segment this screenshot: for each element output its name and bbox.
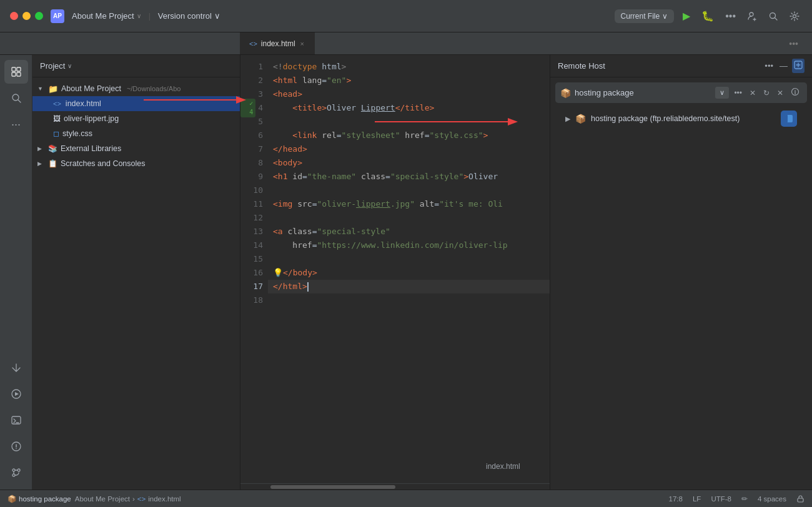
code-line-4: <title>Oliver Lippert</title> <box>268 101 550 115</box>
debug-button[interactable]: 🐛 <box>699 7 716 24</box>
editor-more-options: ••• <box>783 32 812 54</box>
package-refresh-button[interactable]: ↻ <box>761 87 772 99</box>
sidebar-header[interactable]: Project ∨ <box>32 55 240 77</box>
line-ending-item[interactable]: LF <box>693 495 701 503</box>
code-line-11: <img src="oliver-lippert.jpg" alt="it's … <box>268 197 550 211</box>
breadcrumb-html-icon: <> <box>137 495 146 503</box>
lock-icon[interactable] <box>796 495 805 503</box>
svg-rect-26 <box>785 115 788 122</box>
svg-rect-6 <box>12 72 16 76</box>
tab-html-icon: <> <box>249 40 257 47</box>
tree-item-label: Scratches and Consoles <box>61 159 146 168</box>
code-content: 1 2 3 ✓ 4 4 5 6 7 8 9 10 11 12 13 <box>240 55 550 483</box>
activity-git-button[interactable] <box>4 356 28 380</box>
code-lines[interactable]: <!doctype html> <html lang="en"> <head> … <box>268 55 550 483</box>
tree-chevron-icon: ▶ <box>37 145 45 152</box>
svg-rect-4 <box>12 67 16 71</box>
code-line-7: </head> <box>268 142 550 156</box>
activity-problems-button[interactable] <box>4 435 28 458</box>
remote-panel-open-button[interactable] <box>781 111 797 127</box>
more-button[interactable]: ••• <box>723 8 738 24</box>
editor-area: 1 2 3 ✓ 4 4 5 6 7 8 9 10 11 12 13 <box>240 55 550 490</box>
code-line-8: <body> <box>268 156 550 170</box>
tree-item-external-libs[interactable]: ▶ 📚 External Libraries <box>32 141 240 156</box>
version-control-chevron-icon: ∨ <box>214 11 220 21</box>
sidebar: Project ∨ ▼ 📁 About Me Project ~/Downloa… <box>32 55 240 490</box>
svg-point-3 <box>793 14 796 17</box>
hosting-status-item[interactable]: 📦 hosting package <box>7 495 71 503</box>
settings-button[interactable] <box>787 9 802 24</box>
code-line-17: </html> <box>268 280 550 293</box>
remote-panel-title: Remote Host <box>558 61 758 71</box>
folder-icon: 📁 <box>48 84 58 94</box>
remote-options-button[interactable]: ••• <box>763 59 775 73</box>
tree-item-style-css[interactable]: ◻ style.css <box>32 126 240 141</box>
tree-item-index-html[interactable]: <> index.html <box>32 96 240 111</box>
tree-item-oliver-jpg[interactable]: 🖼 oliver-lippert.jpg <box>32 111 240 126</box>
code-line-9: <h1 id="the-name" class="special-style">… <box>268 170 550 184</box>
activity-explorer-button[interactable] <box>4 60 28 84</box>
tree-item-label: oliver-lippert.jpg <box>64 114 119 123</box>
code-line-10 <box>268 184 550 197</box>
run-button[interactable]: ▶ <box>680 7 693 24</box>
horizontal-scrollbar[interactable] <box>240 483 550 490</box>
encoding-item[interactable]: UTF-8 <box>711 495 731 503</box>
activity-bar: ··· <box>0 55 32 490</box>
tree-chevron-icon: ▶ <box>37 160 45 167</box>
package-info-button[interactable] <box>788 86 802 99</box>
svg-line-2 <box>775 17 778 20</box>
package-close-button[interactable]: ✕ <box>747 87 758 99</box>
remote-item-hosting-package[interactable]: ▶ 📦 hosting package (ftp.reliabledemo.si… <box>558 106 805 132</box>
activity-run-button[interactable] <box>4 382 28 406</box>
remote-item-chevron-icon: ▶ <box>565 115 570 123</box>
editor-more-button[interactable]: ••• <box>783 39 805 49</box>
code-line-14: href="https://www.linkedin.com/in/oliver… <box>268 239 550 252</box>
project-name-button[interactable]: About Me Project ∨ <box>72 11 141 21</box>
maximize-button[interactable] <box>35 12 43 20</box>
remote-panel-active-button[interactable] <box>792 59 805 73</box>
language-indicator[interactable]: index.html <box>481 461 525 472</box>
svg-point-0 <box>750 12 753 16</box>
cursor-position-item[interactable]: 17:8 <box>669 495 683 503</box>
code-line-6: <link rel="stylesheet" href="style.css"> <box>268 129 550 142</box>
current-file-button[interactable]: Current File ∨ <box>615 9 675 23</box>
tree-item-project-root[interactable]: ▼ 📁 About Me Project ~/Downloads/Abo <box>32 81 240 96</box>
activity-terminal-button[interactable] <box>4 408 28 432</box>
code-line-5 <box>268 115 550 129</box>
remote-minimize-button[interactable]: — <box>778 59 790 73</box>
package-expand-button[interactable]: ∨ <box>715 87 729 99</box>
code-editor[interactable]: 1 2 3 ✓ 4 4 5 6 7 8 9 10 11 12 13 <box>240 55 550 490</box>
package-delete-button[interactable]: ✕ <box>775 87 786 99</box>
code-line-3: <head> <box>268 87 550 101</box>
remote-panel: Remote Host ••• — 📦 hosting package ∨ <box>550 55 812 490</box>
status-bar-left: 📦 hosting package About Me Project › <> … <box>7 495 181 503</box>
activity-more-button[interactable]: ··· <box>4 112 28 136</box>
tree-item-label: External Libraries <box>61 144 121 153</box>
package-section: 📦 hosting package ∨ ••• ✕ ↻ ✕ <box>550 77 812 137</box>
tab-index-html[interactable]: <> index.html × <box>240 32 315 54</box>
indent-item[interactable]: 4 spaces <box>758 495 786 503</box>
tree-item-scratches[interactable]: ▶ 📋 Scratches and Consoles <box>32 156 240 171</box>
tab-close-button[interactable]: × <box>299 39 305 49</box>
app-icon: AP <box>51 9 64 23</box>
package-name: hosting package <box>575 88 711 97</box>
close-button[interactable] <box>10 12 18 20</box>
pencil-icon: ✏ <box>741 495 748 503</box>
package-options-button[interactable]: ••• <box>731 87 745 99</box>
version-control-button[interactable]: Version control ∨ <box>158 11 220 21</box>
breadcrumb-item[interactable]: About Me Project › <> index.html <box>75 495 181 503</box>
tree-item-path: ~/Downloads/Abo <box>127 85 181 92</box>
add-user-button[interactable] <box>745 9 760 24</box>
minimize-button[interactable] <box>22 12 31 20</box>
package-header[interactable]: 📦 hosting package ∨ ••• ✕ ↻ ✕ <box>555 82 807 103</box>
code-line-16: 💡</body> <box>268 266 550 280</box>
status-bar-right: 17:8 LF UTF-8 ✏ 4 spaces <box>669 495 805 503</box>
hosting-icon: 📦 <box>7 495 16 503</box>
scrollbar-thumb[interactable] <box>270 485 395 489</box>
css-file-icon: ◻ <box>53 129 59 138</box>
activity-search-button[interactable] <box>4 86 28 110</box>
package-controls: ∨ ••• ✕ ↻ ✕ <box>715 86 802 99</box>
search-button[interactable] <box>766 9 781 24</box>
activity-git2-button[interactable] <box>4 461 28 485</box>
sidebar-header-chevron-icon: ∨ <box>67 62 72 69</box>
